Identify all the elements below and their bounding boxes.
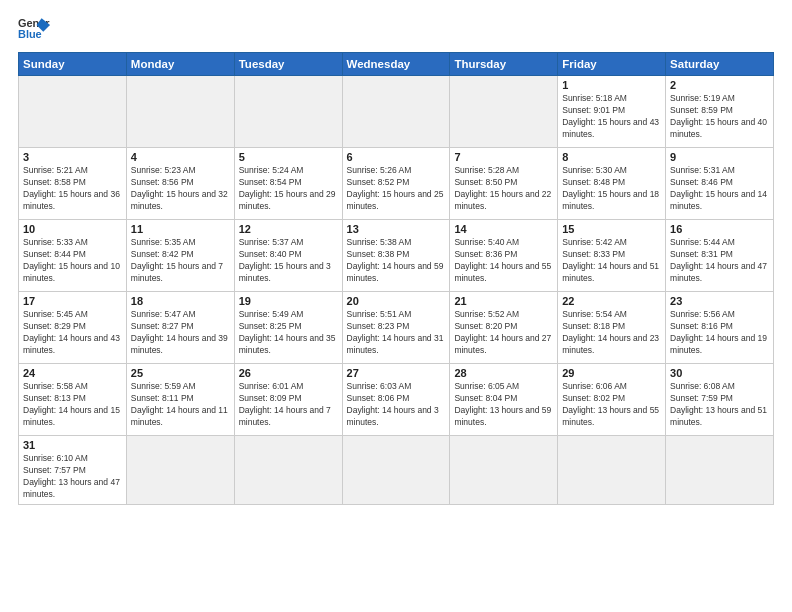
day-number: 13 — [347, 223, 446, 235]
day-number: 30 — [670, 367, 769, 379]
calendar-cell: 9Sunrise: 5:31 AM Sunset: 8:46 PM Daylig… — [666, 148, 774, 220]
calendar-cell: 11Sunrise: 5:35 AM Sunset: 8:42 PM Dayli… — [126, 220, 234, 292]
calendar-cell: 18Sunrise: 5:47 AM Sunset: 8:27 PM Dayli… — [126, 292, 234, 364]
day-info: Sunrise: 5:44 AM Sunset: 8:31 PM Dayligh… — [670, 237, 769, 285]
day-number: 1 — [562, 79, 661, 91]
day-info: Sunrise: 5:18 AM Sunset: 9:01 PM Dayligh… — [562, 93, 661, 141]
calendar-cell: 30Sunrise: 6:08 AM Sunset: 7:59 PM Dayli… — [666, 364, 774, 436]
day-info: Sunrise: 6:06 AM Sunset: 8:02 PM Dayligh… — [562, 381, 661, 429]
day-number: 19 — [239, 295, 338, 307]
calendar-cell: 4Sunrise: 5:23 AM Sunset: 8:56 PM Daylig… — [126, 148, 234, 220]
logo-icon: General Blue — [18, 16, 50, 44]
day-info: Sunrise: 6:10 AM Sunset: 7:57 PM Dayligh… — [23, 453, 122, 501]
day-info: Sunrise: 5:24 AM Sunset: 8:54 PM Dayligh… — [239, 165, 338, 213]
day-info: Sunrise: 5:28 AM Sunset: 8:50 PM Dayligh… — [454, 165, 553, 213]
calendar-week-row: 24Sunrise: 5:58 AM Sunset: 8:13 PM Dayli… — [19, 364, 774, 436]
calendar-cell — [19, 76, 127, 148]
header: General Blue — [18, 16, 774, 44]
day-number: 8 — [562, 151, 661, 163]
calendar-cell — [450, 76, 558, 148]
calendar-week-row: 3Sunrise: 5:21 AM Sunset: 8:58 PM Daylig… — [19, 148, 774, 220]
calendar-cell: 13Sunrise: 5:38 AM Sunset: 8:38 PM Dayli… — [342, 220, 450, 292]
day-info: Sunrise: 5:23 AM Sunset: 8:56 PM Dayligh… — [131, 165, 230, 213]
day-number: 16 — [670, 223, 769, 235]
calendar-cell: 28Sunrise: 6:05 AM Sunset: 8:04 PM Dayli… — [450, 364, 558, 436]
day-info: Sunrise: 5:59 AM Sunset: 8:11 PM Dayligh… — [131, 381, 230, 429]
calendar-cell — [126, 76, 234, 148]
calendar-week-row: 10Sunrise: 5:33 AM Sunset: 8:44 PM Dayli… — [19, 220, 774, 292]
day-info: Sunrise: 5:47 AM Sunset: 8:27 PM Dayligh… — [131, 309, 230, 357]
day-info: Sunrise: 5:26 AM Sunset: 8:52 PM Dayligh… — [347, 165, 446, 213]
day-info: Sunrise: 6:08 AM Sunset: 7:59 PM Dayligh… — [670, 381, 769, 429]
day-number: 4 — [131, 151, 230, 163]
weekday-header-wednesday: Wednesday — [342, 53, 450, 76]
weekday-header-row: SundayMondayTuesdayWednesdayThursdayFrid… — [19, 53, 774, 76]
calendar-week-row: 17Sunrise: 5:45 AM Sunset: 8:29 PM Dayli… — [19, 292, 774, 364]
calendar-cell — [234, 76, 342, 148]
day-number: 27 — [347, 367, 446, 379]
calendar-cell: 24Sunrise: 5:58 AM Sunset: 8:13 PM Dayli… — [19, 364, 127, 436]
day-number: 29 — [562, 367, 661, 379]
calendar-cell: 27Sunrise: 6:03 AM Sunset: 8:06 PM Dayli… — [342, 364, 450, 436]
day-number: 3 — [23, 151, 122, 163]
day-info: Sunrise: 5:33 AM Sunset: 8:44 PM Dayligh… — [23, 237, 122, 285]
day-info: Sunrise: 5:52 AM Sunset: 8:20 PM Dayligh… — [454, 309, 553, 357]
calendar-cell: 25Sunrise: 5:59 AM Sunset: 8:11 PM Dayli… — [126, 364, 234, 436]
weekday-header-saturday: Saturday — [666, 53, 774, 76]
logo: General Blue — [18, 16, 54, 44]
calendar-cell: 5Sunrise: 5:24 AM Sunset: 8:54 PM Daylig… — [234, 148, 342, 220]
day-info: Sunrise: 5:40 AM Sunset: 8:36 PM Dayligh… — [454, 237, 553, 285]
day-info: Sunrise: 5:58 AM Sunset: 8:13 PM Dayligh… — [23, 381, 122, 429]
day-number: 9 — [670, 151, 769, 163]
calendar-cell: 29Sunrise: 6:06 AM Sunset: 8:02 PM Dayli… — [558, 364, 666, 436]
day-number: 14 — [454, 223, 553, 235]
day-number: 22 — [562, 295, 661, 307]
day-number: 12 — [239, 223, 338, 235]
day-info: Sunrise: 5:31 AM Sunset: 8:46 PM Dayligh… — [670, 165, 769, 213]
calendar-cell: 1Sunrise: 5:18 AM Sunset: 9:01 PM Daylig… — [558, 76, 666, 148]
day-number: 5 — [239, 151, 338, 163]
day-info: Sunrise: 5:54 AM Sunset: 8:18 PM Dayligh… — [562, 309, 661, 357]
day-number: 17 — [23, 295, 122, 307]
calendar-cell — [234, 436, 342, 505]
calendar-cell: 19Sunrise: 5:49 AM Sunset: 8:25 PM Dayli… — [234, 292, 342, 364]
day-number: 18 — [131, 295, 230, 307]
calendar-cell: 7Sunrise: 5:28 AM Sunset: 8:50 PM Daylig… — [450, 148, 558, 220]
page: General Blue SundayMondayTuesdayWednesda… — [0, 0, 792, 612]
calendar-cell: 23Sunrise: 5:56 AM Sunset: 8:16 PM Dayli… — [666, 292, 774, 364]
day-number: 23 — [670, 295, 769, 307]
day-number: 2 — [670, 79, 769, 91]
day-number: 10 — [23, 223, 122, 235]
day-number: 26 — [239, 367, 338, 379]
day-info: Sunrise: 5:42 AM Sunset: 8:33 PM Dayligh… — [562, 237, 661, 285]
calendar-cell: 12Sunrise: 5:37 AM Sunset: 8:40 PM Dayli… — [234, 220, 342, 292]
day-info: Sunrise: 5:37 AM Sunset: 8:40 PM Dayligh… — [239, 237, 338, 285]
calendar-cell: 15Sunrise: 5:42 AM Sunset: 8:33 PM Dayli… — [558, 220, 666, 292]
weekday-header-tuesday: Tuesday — [234, 53, 342, 76]
calendar-cell: 26Sunrise: 6:01 AM Sunset: 8:09 PM Dayli… — [234, 364, 342, 436]
calendar-cell: 10Sunrise: 5:33 AM Sunset: 8:44 PM Dayli… — [19, 220, 127, 292]
calendar-cell — [342, 436, 450, 505]
day-info: Sunrise: 6:01 AM Sunset: 8:09 PM Dayligh… — [239, 381, 338, 429]
calendar-week-row: 1Sunrise: 5:18 AM Sunset: 9:01 PM Daylig… — [19, 76, 774, 148]
calendar-cell: 3Sunrise: 5:21 AM Sunset: 8:58 PM Daylig… — [19, 148, 127, 220]
calendar-cell: 31Sunrise: 6:10 AM Sunset: 7:57 PM Dayli… — [19, 436, 127, 505]
day-number: 25 — [131, 367, 230, 379]
day-info: Sunrise: 5:56 AM Sunset: 8:16 PM Dayligh… — [670, 309, 769, 357]
weekday-header-sunday: Sunday — [19, 53, 127, 76]
day-number: 15 — [562, 223, 661, 235]
calendar-cell: 16Sunrise: 5:44 AM Sunset: 8:31 PM Dayli… — [666, 220, 774, 292]
weekday-header-thursday: Thursday — [450, 53, 558, 76]
day-number: 7 — [454, 151, 553, 163]
day-info: Sunrise: 6:05 AM Sunset: 8:04 PM Dayligh… — [454, 381, 553, 429]
day-info: Sunrise: 5:51 AM Sunset: 8:23 PM Dayligh… — [347, 309, 446, 357]
calendar-cell — [666, 436, 774, 505]
calendar-cell: 14Sunrise: 5:40 AM Sunset: 8:36 PM Dayli… — [450, 220, 558, 292]
calendar-cell — [450, 436, 558, 505]
calendar-week-row: 31Sunrise: 6:10 AM Sunset: 7:57 PM Dayli… — [19, 436, 774, 505]
calendar-cell: 22Sunrise: 5:54 AM Sunset: 8:18 PM Dayli… — [558, 292, 666, 364]
calendar-cell: 17Sunrise: 5:45 AM Sunset: 8:29 PM Dayli… — [19, 292, 127, 364]
day-info: Sunrise: 5:35 AM Sunset: 8:42 PM Dayligh… — [131, 237, 230, 285]
day-number: 6 — [347, 151, 446, 163]
calendar-cell — [558, 436, 666, 505]
